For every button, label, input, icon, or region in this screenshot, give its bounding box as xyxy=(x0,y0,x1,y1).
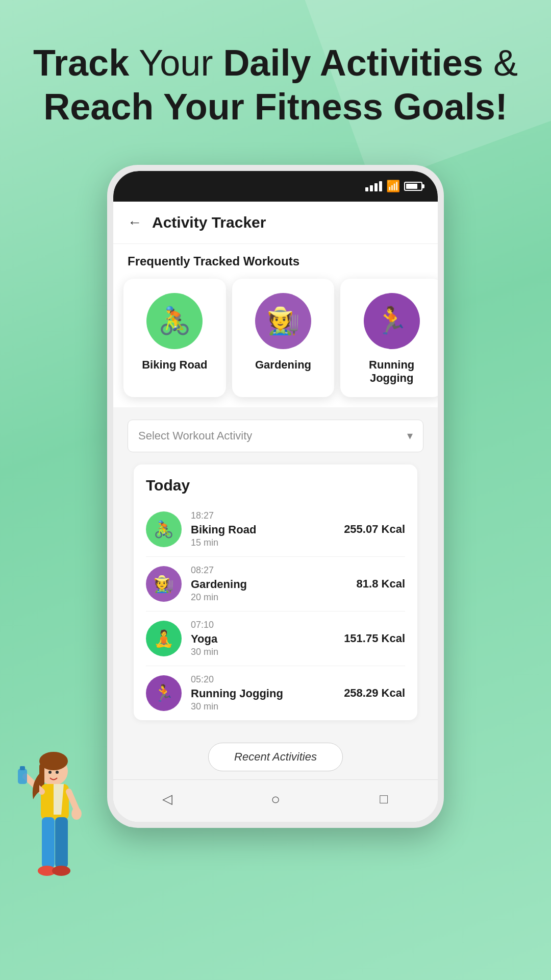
phone-frame: 📶 ← Activity Tracker Frequently Tracked … xyxy=(107,165,444,828)
gardening-label: Gardening xyxy=(255,358,311,372)
signal-icon xyxy=(365,181,382,191)
recent-btn-area: Recent Activities xyxy=(113,730,438,779)
workout-card-biking[interactable]: 🚴 Biking Road xyxy=(123,279,226,397)
svg-point-9 xyxy=(71,807,82,820)
nav-recents-icon: □ xyxy=(380,791,388,807)
activity-item-biking[interactable]: 🚴 18:27 Biking Road 15 min 255.07 Kcal xyxy=(146,502,405,557)
activity-avatar-running: 🏃 xyxy=(146,675,182,711)
nav-home-button[interactable]: ○ xyxy=(265,789,286,810)
activity-avatar-yoga: 🧘 xyxy=(146,621,182,656)
svg-point-15 xyxy=(56,771,59,774)
today-title: Today xyxy=(146,477,405,494)
activity-name-biking: Biking Road xyxy=(191,523,344,536)
hero-section: Track Your Daily Activities & Reach Your… xyxy=(0,0,551,150)
hero-word-track: Track xyxy=(33,42,129,83)
app-content: ← Activity Tracker Frequently Tracked Wo… xyxy=(113,202,438,822)
activity-kcal-gardening: 81.8 Kcal xyxy=(357,577,405,591)
activity-info-gardening: 08:27 Gardening 20 min xyxy=(191,565,357,603)
activity-time-biking: 18:27 xyxy=(191,510,344,521)
activity-item-gardening[interactable]: 🧑‍🌾 08:27 Gardening 20 min 81.8 Kcal xyxy=(146,557,405,611)
workout-cards-wrapper: 🚴 Biking Road 🧑‍🌾 Gardening 🏃 xyxy=(113,268,438,407)
activity-name-running: Running Jogging xyxy=(191,687,344,700)
activity-avatar-gardening: 🧑‍🌾 xyxy=(146,566,182,602)
recent-activities-button[interactable]: Recent Activities xyxy=(208,743,343,771)
status-bar: 📶 xyxy=(113,171,438,202)
activity-duration-biking: 15 min xyxy=(191,537,344,548)
back-button[interactable]: ← xyxy=(128,214,142,231)
hero-phrase-daily: Daily Activities xyxy=(223,42,483,83)
activity-kcal-biking: 255.07 Kcal xyxy=(344,523,405,536)
biking-icon-circle: 🚴 xyxy=(146,293,203,349)
activity-duration-running: 30 min xyxy=(191,701,344,712)
biking-emoji: 🚴 xyxy=(158,305,191,336)
activity-item-yoga[interactable]: 🧘 07:10 Yoga 30 min 151.75 Kcal xyxy=(146,611,405,666)
activity-avatar-biking: 🚴 xyxy=(146,511,182,547)
activity-duration-gardening: 20 min xyxy=(191,592,357,603)
hero-word-your: Your xyxy=(129,42,223,83)
activity-kcal-running: 258.29 Kcal xyxy=(344,687,405,700)
activity-info-yoga: 07:10 Yoga 30 min xyxy=(191,620,344,657)
bottom-nav: ◁ ○ □ xyxy=(113,779,438,822)
activity-name-gardening: Gardening xyxy=(191,578,357,591)
section-title: Frequently Tracked Workouts xyxy=(128,254,423,268)
gardening-emoji: 🧑‍🌾 xyxy=(267,305,300,336)
activity-duration-yoga: 30 min xyxy=(191,647,344,657)
today-container: Today 🚴 18:27 Biking Road 15 min 255.07 … xyxy=(113,464,438,730)
workout-card-running[interactable]: 🏃 Running Jogging xyxy=(340,279,438,397)
battery-fill xyxy=(406,184,417,189)
running-emoji: 🏃 xyxy=(375,305,408,336)
svg-rect-11 xyxy=(55,817,68,868)
app-title: Activity Tracker xyxy=(152,214,266,231)
notch xyxy=(224,171,327,191)
status-icons: 📶 xyxy=(365,180,422,193)
hero-ampersand: & xyxy=(483,42,518,83)
nav-recents-button[interactable]: □ xyxy=(373,789,394,810)
activity-item-running[interactable]: 🏃 05:20 Running Jogging 30 min 258.29 Kc… xyxy=(146,666,405,720)
nav-back-button[interactable]: ◁ xyxy=(157,789,178,810)
svg-rect-6 xyxy=(18,769,27,784)
character-illustration xyxy=(10,748,92,914)
activity-info-running: 05:20 Running Jogging 30 min xyxy=(191,674,344,712)
battery-icon xyxy=(404,182,422,191)
running-label: Running Jogging xyxy=(350,358,433,385)
nav-back-icon: ◁ xyxy=(162,791,172,807)
svg-point-14 xyxy=(48,771,52,774)
activity-name-yoga: Yoga xyxy=(191,632,344,646)
activity-time-yoga: 07:10 xyxy=(191,620,344,630)
activity-kcal-yoga: 151.75 Kcal xyxy=(344,632,405,645)
workout-card-gardening[interactable]: 🧑‍🌾 Gardening xyxy=(232,279,335,397)
svg-line-8 xyxy=(69,792,77,810)
wifi-icon: 📶 xyxy=(386,180,400,193)
gardening-icon-circle: 🧑‍🌾 xyxy=(255,293,311,349)
svg-rect-10 xyxy=(42,817,55,868)
today-section: Today 🚴 18:27 Biking Road 15 min 255.07 … xyxy=(134,464,417,720)
workout-cards-list: 🚴 Biking Road 🧑‍🌾 Gardening 🏃 xyxy=(113,279,438,397)
workout-select[interactable]: Select Workout Activity ▾ xyxy=(128,420,423,452)
svg-rect-7 xyxy=(20,766,25,770)
activity-time-gardening: 08:27 xyxy=(191,565,357,576)
top-nav: ← Activity Tracker xyxy=(113,202,438,244)
biking-label: Biking Road xyxy=(142,358,207,372)
nav-home-icon: ○ xyxy=(271,791,280,808)
activity-time-running: 05:20 xyxy=(191,674,344,685)
frequently-tracked-section: Frequently Tracked Workouts xyxy=(113,244,438,268)
running-icon-circle: 🏃 xyxy=(364,293,420,349)
phone-screen: 📶 ← Activity Tracker Frequently Tracked … xyxy=(113,171,438,822)
hero-line2: Reach Your Fitness Goals! xyxy=(43,86,508,127)
activity-info-biking: 18:27 Biking Road 15 min xyxy=(191,510,344,548)
select-area: Select Workout Activity ▾ xyxy=(113,407,438,464)
svg-point-13 xyxy=(52,866,70,876)
select-placeholder: Select Workout Activity xyxy=(138,429,252,443)
chevron-down-icon: ▾ xyxy=(407,429,413,443)
